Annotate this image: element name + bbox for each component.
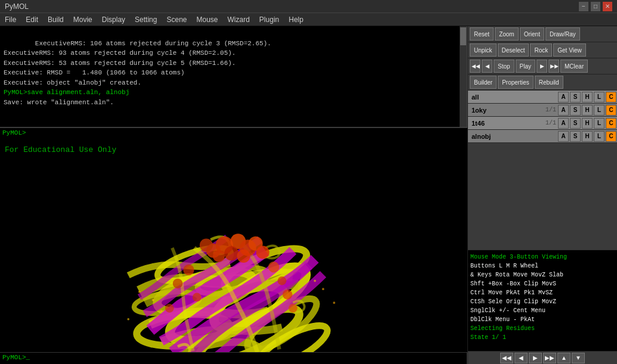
obj-all-btn-h[interactable]: H bbox=[582, 92, 593, 102]
console-line-cmd: PyMOL>save alignment.aln, alnobj bbox=[4, 89, 129, 96]
console-line-save: Save: wrote "alignment.aln". bbox=[4, 99, 114, 106]
menu-edit[interactable]: Edit bbox=[21, 14, 43, 25]
menu-display[interactable]: Display bbox=[97, 14, 130, 25]
maximize-button[interactable]: □ bbox=[591, 2, 600, 11]
menu-movie[interactable]: Movie bbox=[69, 14, 97, 25]
obj-1oky-btn-a[interactable]: A bbox=[558, 105, 569, 116]
svg-point-30 bbox=[289, 304, 297, 313]
title-bar: PyMOL − □ ✕ bbox=[0, 0, 617, 13]
console-line1: ExecutiveRMS: 106 atoms rejected during … bbox=[4, 40, 271, 86]
command-line: PyMOL> bbox=[0, 127, 467, 138]
nav-fwd[interactable]: ▶▶ bbox=[543, 353, 556, 363]
menu-bar: File Edit Build Movie Display Setting Sc… bbox=[0, 13, 617, 26]
nav-prev[interactable]: ◀ bbox=[514, 353, 528, 363]
play-button[interactable]: Play bbox=[516, 60, 535, 73]
molecule-visualization bbox=[0, 138, 467, 352]
obj-all-btn-s[interactable]: S bbox=[570, 92, 581, 102]
svg-point-23 bbox=[183, 265, 194, 275]
mclear-button[interactable]: MClear bbox=[560, 60, 588, 73]
stop-button[interactable]: Stop bbox=[494, 60, 514, 73]
minimize-button[interactable]: − bbox=[579, 2, 588, 11]
console-area: ExecutiveRMS: 106 atoms rejected during … bbox=[0, 26, 467, 127]
get-view-button[interactable]: Get View bbox=[553, 43, 585, 57]
svg-point-22 bbox=[256, 245, 269, 259]
svg-point-17 bbox=[237, 250, 250, 263]
info-line1: Mouse Mode 3-Button Viewing bbox=[470, 253, 615, 262]
menu-plugin[interactable]: Plugin bbox=[255, 14, 284, 25]
properties-button[interactable]: Properties bbox=[498, 76, 534, 89]
builder-button[interactable]: Builder bbox=[470, 76, 497, 89]
svg-point-42 bbox=[127, 318, 129, 321]
object-sub-1t46: 1/1 bbox=[544, 120, 557, 126]
console-scrollbar[interactable] bbox=[460, 26, 467, 127]
object-name-all: all bbox=[468, 94, 557, 101]
obj-1t46-btn-s[interactable]: S bbox=[570, 118, 581, 129]
svg-point-24 bbox=[268, 262, 279, 272]
right-panel: Reset Zoom Orient Draw/Ray Unpick Desele… bbox=[467, 26, 617, 364]
obj-alnobj-btn-h[interactable]: H bbox=[582, 131, 593, 142]
object-row-alnobj: alnobj A S H L C bbox=[468, 130, 617, 143]
info-line10: State 1/ 1 bbox=[470, 333, 615, 342]
toolbar-row3: Builder Properties Rebuild bbox=[468, 74, 617, 91]
obj-1t46-btn-l[interactable]: L bbox=[594, 118, 604, 129]
obj-1t46-btn-a[interactable]: A bbox=[558, 118, 569, 129]
object-row-1oky: 1oky 1/1 A S H L C bbox=[468, 104, 617, 117]
viewport[interactable]: For Educational Use Only bbox=[0, 138, 467, 352]
obj-alnobj-btn-s[interactable]: S bbox=[570, 131, 581, 142]
fast-forward-button[interactable]: ▶▶ bbox=[548, 60, 559, 73]
obj-1oky-btn-s[interactable]: S bbox=[570, 105, 581, 116]
menu-help[interactable]: Help bbox=[284, 14, 308, 25]
menu-file[interactable]: File bbox=[0, 14, 21, 25]
svg-point-35 bbox=[322, 288, 324, 290]
menu-setting[interactable]: Setting bbox=[130, 14, 162, 25]
close-button[interactable]: ✕ bbox=[603, 2, 612, 11]
menu-scene[interactable]: Scene bbox=[162, 14, 191, 25]
obj-all-btn-a[interactable]: A bbox=[558, 92, 569, 102]
rewind-button[interactable]: ◀◀ bbox=[470, 60, 480, 73]
bottom-prompt: PyMOL>_ bbox=[2, 354, 30, 361]
menu-wizard[interactable]: Wizard bbox=[223, 14, 255, 25]
deselect-button[interactable]: Deselect bbox=[498, 43, 529, 57]
info-line5: Ctrl Move PkAt Pk1 MvSZ bbox=[470, 288, 615, 297]
obj-1t46-btn-h[interactable]: H bbox=[582, 118, 593, 129]
next-button[interactable]: ▶ bbox=[537, 60, 547, 73]
unpick-button[interactable]: Unpick bbox=[470, 43, 497, 57]
obj-alnobj-btn-c[interactable]: C bbox=[606, 131, 616, 142]
toolbar-row2: Unpick Deselect Rock Get View bbox=[468, 42, 617, 58]
obj-1oky-btn-c[interactable]: C bbox=[606, 105, 616, 116]
nav-play[interactable]: ▶ bbox=[529, 353, 542, 363]
prev-button[interactable]: ◀ bbox=[482, 60, 492, 73]
info-panel: Mouse Mode 3-Button Viewing Buttons L M … bbox=[468, 250, 617, 351]
svg-point-32 bbox=[152, 299, 154, 301]
obj-1oky-btn-l[interactable]: L bbox=[594, 105, 604, 116]
info-line6: CtSh Sele Orig Clip MovZ bbox=[470, 297, 615, 306]
object-list: all A S H L C 1oky 1/1 A S H L C 1t46 1/… bbox=[468, 91, 617, 250]
menu-build[interactable]: Build bbox=[43, 14, 69, 25]
menu-mouse[interactable]: Mouse bbox=[191, 14, 222, 25]
obj-1oky-btn-h[interactable]: H bbox=[582, 105, 593, 116]
reset-button[interactable]: Reset bbox=[470, 27, 494, 41]
object-name-1t46: 1t46 bbox=[468, 120, 544, 127]
zoom-button[interactable]: Zoom bbox=[495, 27, 519, 41]
rebuild-button[interactable]: Rebuild bbox=[535, 76, 563, 89]
command-prompt: PyMOL> bbox=[2, 129, 26, 136]
object-name-alnobj: alnobj bbox=[468, 133, 557, 140]
obj-alnobj-btn-l[interactable]: L bbox=[594, 131, 604, 142]
left-panel: ExecutiveRMS: 106 atoms rejected during … bbox=[0, 26, 467, 364]
window-controls: − □ ✕ bbox=[579, 2, 612, 11]
nav-up[interactable]: ▲ bbox=[557, 353, 571, 363]
nav-rewind[interactable]: ◀◀ bbox=[500, 353, 513, 363]
obj-alnobj-btn-a[interactable]: A bbox=[558, 131, 569, 142]
rock-button[interactable]: Rock bbox=[530, 43, 552, 57]
info-line2: Buttons L M R Wheel bbox=[470, 262, 615, 270]
svg-point-28 bbox=[283, 290, 293, 300]
obj-1t46-btn-c[interactable]: C bbox=[606, 118, 616, 129]
orient-button[interactable]: Orient bbox=[520, 27, 544, 41]
nav-bar: ◀◀ ◀ ▶ ▶▶ ▲ ▼ bbox=[468, 351, 617, 364]
obj-all-btn-c[interactable]: C bbox=[606, 92, 616, 102]
draw-ray-button[interactable]: Draw/Ray bbox=[545, 27, 580, 41]
info-line3: & Keys Rota Move MovZ Slab bbox=[470, 270, 615, 279]
nav-down[interactable]: ▼ bbox=[572, 353, 585, 363]
scrollbar-thumb bbox=[460, 27, 466, 45]
obj-all-btn-l[interactable]: L bbox=[594, 92, 604, 102]
